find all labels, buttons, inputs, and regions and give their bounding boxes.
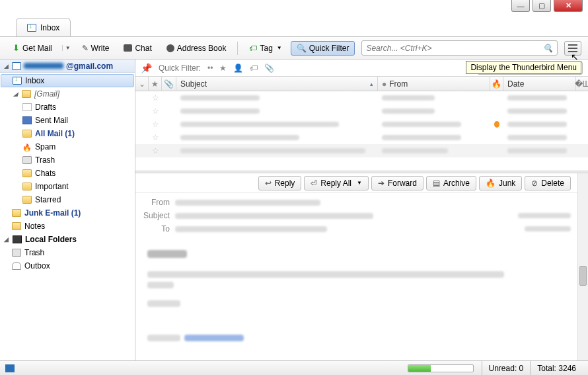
header-from-label: From [142, 198, 175, 207]
quick-filter-button[interactable]: 🔍 Quick Filter [291, 41, 355, 56]
qf-contact-icon[interactable]: 👤 [233, 63, 243, 73]
tag-button[interactable]: 🏷 Tag ▼ [243, 41, 287, 56]
folder-drafts[interactable]: Drafts [0, 101, 135, 114]
qf-unread-icon[interactable]: •• [207, 63, 213, 73]
col-picker[interactable]: �Ш [576, 77, 588, 91]
message-headers: From Subject To [135, 193, 577, 238]
folder-label: Inbox [25, 76, 44, 85]
col-from[interactable]: ●From [378, 77, 490, 91]
maximize-button[interactable]: ▢ [533, 0, 551, 12]
message-row[interactable]: ☆ [135, 118, 588, 131]
tab-inbox[interactable]: Inbox [16, 18, 71, 36]
folder-junk[interactable]: Junk E-mail (1) [0, 206, 135, 220]
message-row[interactable]: ☆ [135, 131, 588, 144]
global-search-input[interactable] [366, 44, 543, 53]
inbox-icon [13, 77, 22, 85]
column-headers: ⌄ ★ 📎 Subject▴ ●From 🔥 Date �Ш [135, 77, 588, 91]
col-thread[interactable]: ⌄ [135, 77, 149, 91]
forward-button[interactable]: ➔Forward [371, 176, 423, 190]
folder-all-mail[interactable]: All Mail (1) [0, 127, 135, 140]
account-domain: @gmail.com [66, 62, 113, 71]
archive-button[interactable]: ▤Archive [426, 176, 476, 190]
message-actions: ↩Reply ⏎Reply All▼ ➔Forward ▤Archive 🔥Ju… [135, 173, 577, 193]
message-row[interactable]: ☆ [135, 144, 588, 157]
preview-scrollbar[interactable] [577, 173, 588, 360]
message-preview: ↩Reply ⏎Reply All▼ ➔Forward ▤Archive 🔥Ju… [135, 173, 588, 360]
content-area: 📌 Quick Filter: •• ★ 👤 🏷 📎 ⌄ ★ 📎 Subject… [135, 60, 588, 360]
main-toolbar: ⬇ Get Mail ▼ ✎ Write Chat Address Book 🏷… [0, 37, 588, 60]
reply-all-button[interactable]: ⏎Reply All▼ [304, 176, 369, 190]
col-date[interactable]: Date [503, 77, 576, 91]
col-junk[interactable]: 🔥 [490, 77, 503, 91]
junk-button[interactable]: 🔥Junk [479, 176, 522, 190]
col-label: Subject [180, 79, 207, 89]
search-icon[interactable]: 🔍 [543, 44, 553, 53]
action-label: Reply [275, 179, 295, 188]
minimize-button[interactable]: — [511, 0, 530, 12]
flame-icon [22, 143, 32, 151]
scrollbar-thumb[interactable] [579, 266, 587, 286]
col-subject[interactable]: Subject▴ [176, 77, 378, 91]
folder-label: [Gmail] [34, 89, 59, 99]
hamburger-icon [568, 44, 577, 46]
folder-starred[interactable]: Starred [0, 193, 135, 206]
folder-gmail[interactable]: ◢[Gmail] [0, 87, 135, 101]
folder-inbox[interactable]: Inbox [1, 74, 134, 87]
message-row[interactable]: ☆ [135, 104, 588, 118]
twisty-icon[interactable]: ◢ [12, 91, 18, 97]
twisty-icon[interactable]: ◢ [3, 63, 9, 69]
get-mail-button[interactable]: ⬇ Get Mail [7, 40, 58, 56]
folder-label: Trash [35, 155, 55, 165]
col-attachment[interactable]: 📎 [162, 77, 176, 91]
get-mail-dropdown[interactable]: ▼ [62, 45, 73, 51]
app-menu-button[interactable] [564, 41, 581, 56]
delete-icon: ⊘ [531, 179, 538, 188]
account-row[interactable]: ◢ @gmail.com [0, 60, 135, 73]
folder-label: Notes [24, 222, 45, 231]
local-folders[interactable]: ◢Local Folders [0, 233, 135, 246]
forward-icon: ➔ [378, 179, 385, 188]
outbox-icon [12, 262, 21, 270]
folder-spam[interactable]: Spam [0, 140, 135, 153]
close-button[interactable]: ✕ [554, 0, 583, 12]
folder-local-trash[interactable]: Trash [0, 246, 135, 259]
download-icon: ⬇ [13, 43, 20, 53]
global-search[interactable]: 🔍 [361, 40, 558, 56]
delete-button[interactable]: ⊘Delete [525, 176, 571, 190]
folder-label: Trash [24, 248, 44, 257]
address-book-button[interactable]: Address Book [161, 41, 233, 56]
message-body[interactable] [135, 238, 577, 353]
sort-asc-icon: ▴ [370, 81, 373, 87]
folder-sidebar: ◢ @gmail.com Inbox ◢[Gmail] Drafts Sent … [0, 60, 135, 360]
qf-starred-icon[interactable]: ★ [219, 63, 227, 73]
folder-trash[interactable]: Trash [0, 153, 135, 167]
folder-notes[interactable]: Notes [0, 220, 135, 233]
reply-all-icon: ⏎ [311, 179, 317, 188]
reply-button[interactable]: ↩Reply [258, 176, 302, 190]
folder-label: All Mail (1) [35, 129, 75, 138]
status-unread: Unread: 0 [482, 361, 531, 375]
message-list[interactable]: ☆ ☆ ☆ ☆ ☆ [135, 91, 588, 171]
qf-tags-icon[interactable]: 🏷 [250, 63, 258, 73]
folder-important[interactable]: Important [0, 180, 135, 193]
qf-attachment-icon[interactable]: 📎 [264, 63, 274, 73]
header-subject-label: Subject [142, 211, 175, 220]
trash-icon [22, 156, 32, 164]
online-status-icon[interactable] [5, 364, 15, 372]
folder-icon [22, 90, 31, 98]
folder-icon [12, 209, 21, 217]
folder-outbox[interactable]: Outbox [0, 259, 135, 272]
folder-sent-mail[interactable]: Sent Mail [0, 114, 135, 127]
folder-tree: Inbox ◢[Gmail] Drafts Sent Mail All Mail… [0, 73, 135, 274]
pin-icon[interactable]: 📌 [141, 63, 152, 73]
col-star[interactable]: ★ [149, 77, 162, 91]
col-label: From [389, 79, 408, 89]
write-button[interactable]: ✎ Write [76, 41, 116, 56]
chat-button[interactable]: Chat [118, 41, 157, 56]
chat-label: Chat [135, 44, 151, 53]
account-user-blurred [24, 63, 63, 69]
twisty-icon[interactable]: ◢ [3, 236, 9, 243]
folder-chats[interactable]: Chats [0, 167, 135, 180]
folder-icon [22, 130, 32, 138]
message-row[interactable]: ☆ [135, 91, 588, 104]
